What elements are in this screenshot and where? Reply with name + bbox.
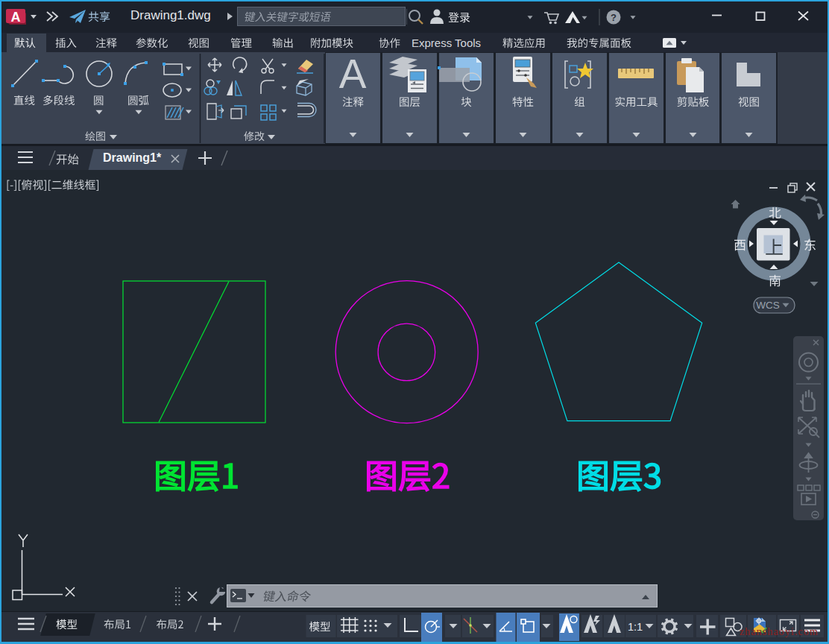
svg-text:Express Tools: Express Tools <box>412 37 481 49</box>
svg-text:?: ? <box>611 12 617 23</box>
svg-text:1:1: 1:1 <box>628 621 643 633</box>
svg-text:A: A <box>11 10 21 25</box>
svg-text:A: A <box>339 51 367 97</box>
svg-text:WCS: WCS <box>756 300 780 311</box>
svg-text:zhanshaoyi.com: zhanshaoyi.com <box>740 626 819 637</box>
